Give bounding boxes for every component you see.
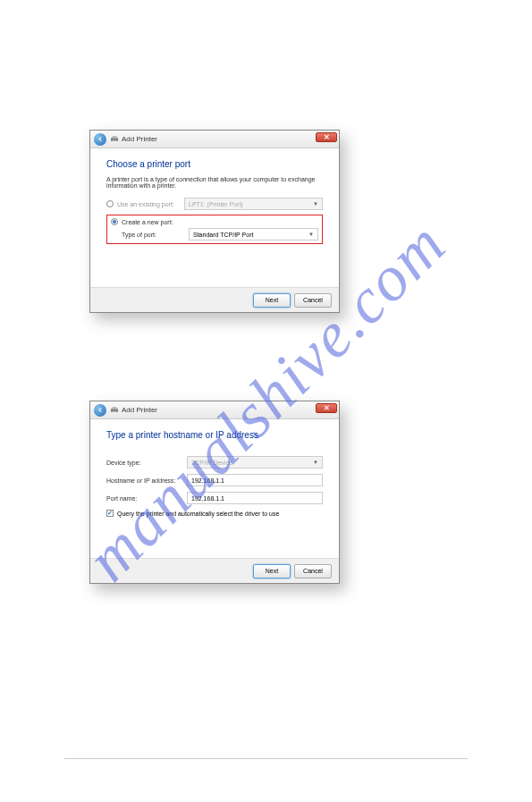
device-type-label: Device type: bbox=[106, 460, 187, 466]
dialog-footer: Next Cancel bbox=[90, 558, 339, 583]
port-name-value: 192.168.1.1 bbox=[191, 495, 224, 502]
close-icon: ✕ bbox=[324, 404, 330, 412]
existing-port-value: LPT1: (Printer Port) bbox=[189, 201, 243, 207]
back-arrow-icon bbox=[97, 407, 104, 413]
next-button[interactable]: Next bbox=[253, 564, 291, 578]
cancel-button[interactable]: Cancel bbox=[294, 564, 332, 578]
dialog-title: Add Printer bbox=[122, 135, 157, 143]
back-arrow-icon bbox=[97, 136, 104, 142]
back-button[interactable] bbox=[94, 133, 106, 146]
printer-icon bbox=[110, 135, 119, 144]
svg-rect-0 bbox=[111, 138, 118, 141]
titlebar: Add Printer ✕ bbox=[90, 401, 339, 419]
use-existing-label: Use an existing port: bbox=[117, 201, 184, 207]
dialog-title: Add Printer bbox=[122, 406, 157, 414]
highlight-box: Create a new port: Type of port: Standar… bbox=[106, 215, 323, 244]
device-type-dropdown: TCP/IP Device ▼ bbox=[187, 456, 323, 469]
port-name-row: Port name: 192.168.1.1 bbox=[106, 492, 323, 504]
device-type-row: Device type: TCP/IP Device ▼ bbox=[106, 456, 323, 469]
svg-rect-4 bbox=[113, 407, 117, 409]
create-new-port-option[interactable]: Create a new port: bbox=[111, 218, 318, 225]
page-footer-divider bbox=[64, 758, 468, 759]
chevron-down-icon: ▼ bbox=[313, 201, 318, 207]
type-of-port-label: Type of port: bbox=[122, 232, 189, 238]
checkbox-checked-icon: ✓ bbox=[106, 510, 114, 517]
type-of-port-dropdown[interactable]: Standard TCP/IP Port ▼ bbox=[189, 228, 318, 241]
svg-rect-3 bbox=[111, 409, 118, 412]
dialog-heading: Choose a printer port bbox=[106, 159, 323, 169]
close-button[interactable]: ✕ bbox=[316, 403, 337, 413]
printer-icon bbox=[110, 406, 119, 415]
device-type-value: TCP/IP Device bbox=[191, 460, 232, 466]
titlebar: Add Printer ✕ bbox=[90, 131, 339, 148]
hostname-input[interactable]: 192.168.1.1 bbox=[187, 474, 323, 486]
close-button[interactable]: ✕ bbox=[316, 132, 337, 142]
dialog-footer: Next Cancel bbox=[90, 287, 339, 312]
hostname-value: 192.168.1.1 bbox=[191, 477, 224, 484]
hostname-label: Hostname or IP address: bbox=[106, 477, 187, 484]
dialog-subtext: A printer port is a type of connection t… bbox=[106, 176, 323, 189]
dialog-heading: Type a printer hostname or IP address bbox=[106, 430, 323, 440]
radio-unchecked-icon bbox=[106, 200, 114, 207]
use-existing-port-option[interactable]: Use an existing port: LPT1: (Printer Por… bbox=[106, 198, 323, 210]
port-name-label: Port name: bbox=[106, 495, 187, 502]
query-printer-row[interactable]: ✓ Query the printer and automatically se… bbox=[106, 510, 323, 517]
dialog-body: Type a printer hostname or IP address De… bbox=[90, 419, 339, 558]
svg-rect-2 bbox=[113, 140, 117, 143]
svg-rect-1 bbox=[113, 136, 117, 139]
cancel-button[interactable]: Cancel bbox=[294, 293, 332, 308]
query-printer-label: Query the printer and automatically sele… bbox=[117, 511, 279, 517]
type-of-port-value: Standard TCP/IP Port bbox=[193, 232, 253, 238]
dialog-body: Choose a printer port A printer port is … bbox=[90, 148, 339, 287]
add-printer-dialog-port: Add Printer ✕ Choose a printer port A pr… bbox=[89, 130, 340, 313]
hostname-row: Hostname or IP address: 192.168.1.1 bbox=[106, 474, 323, 486]
back-button[interactable] bbox=[94, 404, 106, 417]
chevron-down-icon: ▼ bbox=[313, 460, 318, 465]
create-new-label: Create a new port: bbox=[122, 219, 189, 225]
add-printer-dialog-hostname: Add Printer ✕ Type a printer hostname or… bbox=[89, 401, 340, 584]
radio-checked-icon bbox=[111, 218, 118, 225]
svg-rect-5 bbox=[113, 411, 117, 414]
port-name-input[interactable]: 192.168.1.1 bbox=[187, 492, 323, 504]
next-button[interactable]: Next bbox=[253, 293, 291, 308]
close-icon: ✕ bbox=[324, 133, 330, 141]
chevron-down-icon: ▼ bbox=[308, 232, 314, 237]
existing-port-dropdown: LPT1: (Printer Port) ▼ bbox=[184, 198, 323, 210]
